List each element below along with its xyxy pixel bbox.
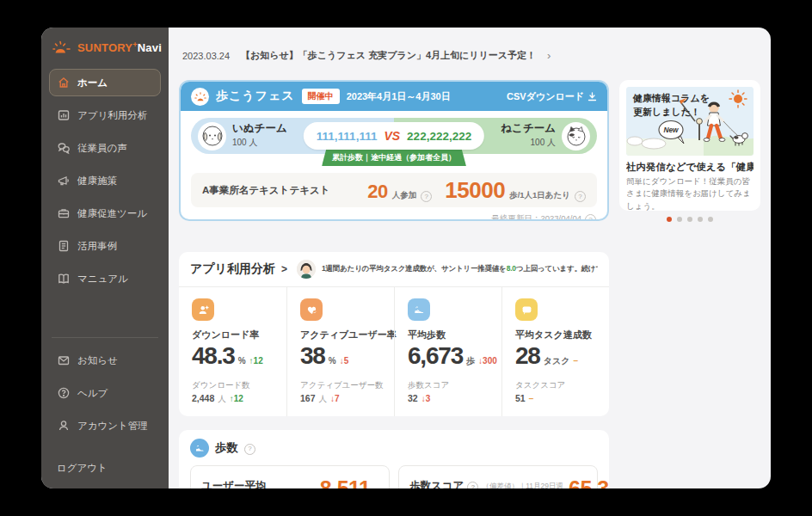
- shoe-circle-icon: [190, 439, 209, 458]
- info-icon[interactable]: [244, 444, 255, 455]
- carousel-dot[interactable]: [687, 217, 692, 222]
- app-analysis-header[interactable]: アプリ利用分析 > 1週間あたりの平均タスク達成数が、サントリー推奨値を8.0つ…: [179, 252, 609, 287]
- carousel-dots: [626, 217, 754, 222]
- kpi-stats-row: ダウンロード率 48.3 % ↑12 ダウンロード数 2,448 人 ↑12: [179, 287, 609, 416]
- chevron-right-icon: ›: [547, 49, 551, 62]
- info-icon[interactable]: [575, 191, 586, 202]
- chevron-right-icon: >: [281, 263, 287, 275]
- steps-card: 歩数 ユーザー平均 8,511歩 ••• サントリー推奨値: [179, 430, 609, 488]
- kpi-download-rate: ダウンロード率 48.3 % ↑12 ダウンロード数 2,448 人 ↑12: [179, 287, 286, 416]
- sidebar-item-notifications[interactable]: お知らせ: [49, 347, 161, 374]
- sidebar-item-help[interactable]: ヘルプ: [49, 379, 161, 407]
- steps-score-card: 歩数スコア （偏差値）｜11月29日週 65.3 あなたの事業所は上位21.2%…: [398, 465, 598, 488]
- team-battle-strip: いぬチーム 100 人 ねこチーム 100 人: [191, 118, 597, 154]
- info-icon[interactable]: [585, 214, 596, 221]
- kpi-delta: ↓5: [340, 356, 349, 366]
- fes-period: 2023年4月1日～4月30日: [347, 90, 451, 103]
- sidebar-item-label: 活用事例: [77, 240, 117, 253]
- app-window: SUNTORY+Navi ホーム アプリ利用分析 従業員の声 健康施策 健康促進…: [41, 28, 771, 488]
- walk-fes-header: 歩こうフェス 開催中 2023年4月1日～4月30日 CSVダウンロード: [181, 82, 607, 111]
- team-cat-name: ねこチーム 100 人: [501, 122, 556, 149]
- user-plus-icon: [192, 298, 214, 321]
- kpi-average-steps: 平均歩数 6,673 歩 ↓300 歩数スコア 32 ↓3: [394, 287, 501, 416]
- team-dog-score: 111,111,111: [317, 130, 378, 143]
- sidebar-item-label: ヘルプ: [77, 387, 108, 400]
- office-name: A事業所名テキストテキスト: [202, 184, 329, 197]
- kpi-task-achievement: 平均タスク達成数 28 タスク − タスクスコア 51 −: [501, 287, 609, 416]
- kpi-delta: ↓300: [478, 356, 497, 366]
- kpi-value: 6,673: [408, 342, 463, 370]
- carousel-dot[interactable]: [698, 217, 703, 222]
- info-icon[interactable]: [467, 482, 478, 488]
- steps-score-label: 歩数スコア （偏差値）｜11月29日週: [409, 476, 563, 488]
- briefcase-icon: [57, 206, 71, 220]
- sidebar-item-home[interactable]: ホーム: [49, 69, 161, 96]
- steps-score-meta: （偏差値）｜11月29日週: [482, 482, 563, 489]
- app-analysis-card: アプリ利用分析 > 1週間あたりの平均タスク達成数が、サントリー推奨値を8.0つ…: [179, 252, 609, 416]
- notice-date: 2023.03.24: [182, 51, 230, 61]
- carousel-dot[interactable]: [667, 217, 672, 222]
- brand-logo: SUNTORY+Navi: [41, 28, 169, 65]
- score-caption-badge: 累計歩数｜途中経過（参加者全員）: [322, 150, 466, 166]
- app-analysis-title: アプリ利用分析: [190, 261, 275, 277]
- kpi-delta: ↑12: [249, 356, 263, 366]
- shoe-icon: [408, 298, 430, 321]
- speech-bubbles-icon: [57, 141, 71, 155]
- team-dog-count: 100 人: [232, 138, 257, 147]
- kpi-value: 28: [515, 342, 540, 370]
- participants-unit: 人参加: [392, 190, 417, 201]
- sidebar-bottom-nav: お知らせ ヘルプ アカウント管理: [41, 343, 169, 439]
- walk-fes-card: 歩こうフェス 開催中 2023年4月1日～4月30日 CSVダウンロード: [179, 80, 609, 221]
- steps-value: 15000: [445, 177, 505, 204]
- brand-name: SUNTORY+Navi: [77, 40, 162, 54]
- health-column-illustration: New 健康情報コラムを 更新しました！: [626, 87, 754, 156]
- sidebar-nav: ホーム アプリ利用分析 従業員の声 健康施策 健康促進ツール 活用事例: [41, 65, 169, 292]
- svg-text:健康情報コラムを: 健康情報コラムを: [632, 93, 710, 103]
- sidebar-item-label: ホーム: [77, 77, 108, 89]
- cat-icon: [562, 122, 590, 150]
- coach-message: 1週間あたりの平均タスク達成数が、サントリー推奨値を8.0つ上回っています。続け…: [322, 264, 598, 274]
- carousel-dot[interactable]: [708, 217, 713, 222]
- csv-download-button[interactable]: CSVダウンロード: [507, 90, 597, 103]
- sidebar-item-label: お知らせ: [77, 354, 118, 367]
- health-column-card[interactable]: New 健康情報コラムを 更新しました！ 社内発信などで使える「健康情… 簡単に…: [619, 80, 760, 211]
- sidebar-item-account[interactable]: アカウント管理: [49, 412, 161, 439]
- sidebar-item-health-tools[interactable]: 健康促進ツール: [49, 200, 161, 227]
- home-icon: [57, 76, 71, 89]
- walk-fes-title: 歩こうフェス: [216, 89, 295, 104]
- logout-button[interactable]: ログアウト: [41, 448, 169, 488]
- sidebar: SUNTORY+Navi ホーム アプリ利用分析 従業員の声 健康施策 健康促進…: [41, 28, 169, 488]
- steps-unit: 歩/1人1日あたり: [509, 190, 570, 201]
- notice-banner[interactable]: 2023.03.24 【お知らせ】「歩こうフェス 充実プラン」4月上旬にリリース…: [182, 49, 757, 62]
- heart-icon: [300, 298, 323, 321]
- column-body: 簡単にダウンロード！従業員の皆さまに健康情報をお届けしてみましょう。: [626, 175, 754, 212]
- kpi-sub-value: 51: [515, 393, 526, 403]
- sidebar-item-use-cases[interactable]: 活用事例: [49, 232, 161, 260]
- team-dog-name: いぬチーム 100 人: [232, 122, 287, 149]
- message-highlight: 8.0: [507, 264, 516, 273]
- sidebar-item-label: 健康施策: [77, 175, 117, 187]
- coach-avatar: [297, 260, 316, 279]
- sidebar-item-employee-voice[interactable]: 従業員の声: [49, 134, 161, 162]
- sidebar-item-health-measures[interactable]: 健康施策: [49, 167, 161, 194]
- sidebar-divider: [52, 337, 158, 338]
- user-icon: [57, 419, 71, 433]
- kpi-delta: −: [573, 356, 578, 366]
- sidebar-item-label: マニュアル: [77, 273, 128, 286]
- score-pill: 111,111,111 VS 222,222,222: [304, 122, 484, 150]
- chat-icon: [515, 298, 538, 321]
- user-average-value: 8,511歩: [320, 476, 378, 488]
- sidebar-item-manual[interactable]: マニュアル: [49, 265, 161, 292]
- column-title: 社内発信などで使える「健康情…: [626, 161, 754, 174]
- team-cat-score: 222,222,222: [407, 130, 471, 143]
- carousel-dot[interactable]: [677, 217, 682, 222]
- sidebar-item-app-analysis[interactable]: アプリ利用分析: [49, 101, 161, 129]
- sidebar-spacer: [41, 292, 169, 329]
- info-icon[interactable]: [421, 191, 432, 202]
- office-stats: 20 人参加 15000 歩/1人1日あたり: [367, 177, 586, 204]
- main-content: 2023.03.24 【お知らせ】「歩こうフェス 充実プラン」4月上旬にリリース…: [169, 28, 771, 488]
- steps-title: 歩数: [215, 440, 238, 456]
- last-updated: 最終更新日：2023/04/04: [192, 213, 596, 221]
- sidebar-item-label: アカウント管理: [77, 420, 148, 433]
- sidebar-item-label: 従業員の声: [77, 142, 127, 155]
